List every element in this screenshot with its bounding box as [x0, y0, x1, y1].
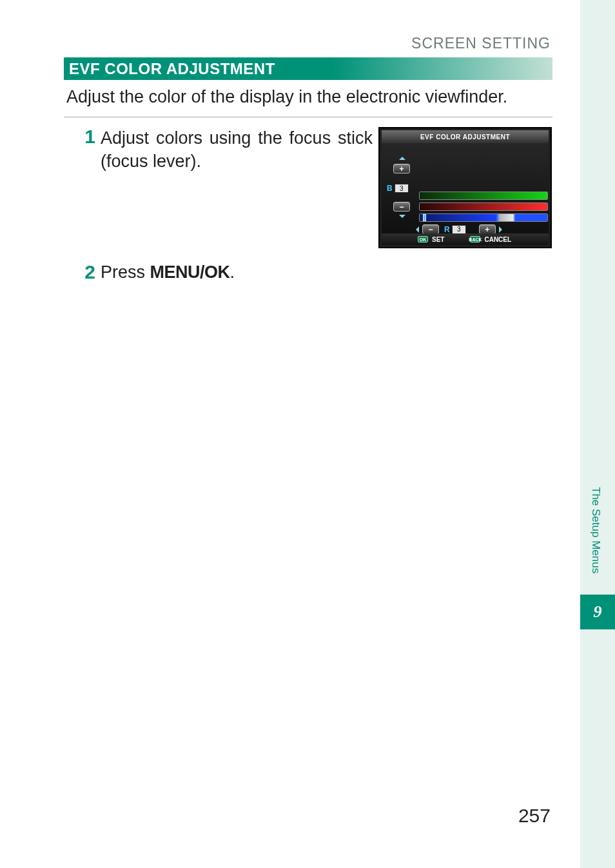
section-title-bar: EVF COLOR ADJUSTMENT	[64, 57, 552, 80]
b-label: B	[387, 184, 393, 193]
red-bar	[419, 202, 548, 211]
page-edge-tint	[580, 0, 615, 868]
evf-inner: EVF COLOR ADJUSTMENT + B 3 − − R 3 +	[382, 130, 549, 245]
arrow-up-icon	[399, 157, 405, 160]
b-value: 3	[395, 184, 409, 193]
menu-ok-label: MENU/OK	[150, 262, 230, 282]
r-value: 3	[452, 225, 466, 234]
side-tab-chapter: The Setup Menus	[589, 487, 602, 573]
evf-title: EVF COLOR ADJUSTMENT	[420, 133, 510, 141]
section-title: EVF COLOR ADJUSTMENT	[64, 60, 275, 78]
evf-screen-illustration: EVF COLOR ADJUSTMENT + B 3 − − R 3 +	[378, 127, 552, 248]
blue-gray-bar	[419, 213, 548, 222]
step-2-suffix: .	[230, 262, 235, 282]
step-2-prefix: Press	[101, 262, 150, 282]
cancel-label: CANCEL	[484, 236, 511, 243]
ok-chip-icon: OK	[418, 236, 428, 242]
back-chip-icon: BACK	[470, 236, 480, 242]
step-number-2: 2	[76, 262, 95, 282]
color-bars	[419, 192, 548, 224]
step-1-text: Adjust colors using the focus stick (foc…	[95, 127, 373, 173]
arrow-right-icon	[499, 226, 502, 233]
section-intro-text: Adjust the color of the display in the e…	[66, 87, 552, 107]
green-bar	[419, 192, 548, 200]
b-value-row: B 3	[387, 184, 409, 193]
evf-title-bar: EVF COLOR ADJUSTMENT	[382, 130, 549, 143]
r-label: R	[444, 225, 450, 234]
set-label: SET	[432, 236, 444, 243]
bar-tick-icon	[423, 214, 426, 221]
breadcrumb: SCREEN SETTING	[411, 35, 551, 52]
horizontal-divider	[64, 117, 552, 117]
page-number: 257	[518, 805, 551, 827]
plus-button-vertical: +	[393, 164, 410, 173]
step-2: 2 Press MENU/OK.	[76, 262, 554, 282]
evf-footer: OK SET BACK CANCEL	[382, 233, 549, 245]
side-tab-chapter-num: 9	[580, 595, 615, 629]
step-number-1: 1	[76, 127, 95, 146]
step-2-text: Press MENU/OK.	[95, 262, 235, 282]
arrow-left-icon	[416, 226, 419, 233]
minus-button-horizontal: −	[422, 224, 439, 234]
chapter-number: 9	[594, 602, 602, 622]
plus-button-horizontal: +	[479, 224, 496, 234]
minus-button-vertical: −	[393, 202, 410, 212]
arrow-down-icon	[399, 215, 405, 218]
r-adjust-row: − R 3 +	[416, 224, 502, 234]
